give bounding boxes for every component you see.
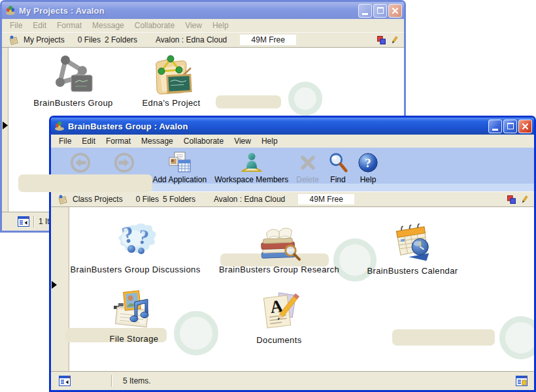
info-bar: My Projects 0 Files 2 Folders Avalon : E…: [2, 32, 404, 48]
app-logo-icon: [54, 121, 65, 131]
menu-bar: File Edit Format Message Collaborate Vie…: [2, 19, 404, 32]
item-label: BrainBusters Calendar: [367, 266, 458, 276]
documents-icon: A: [258, 288, 301, 334]
window-brainbusters-group: BrainBusters Group : Avalon File Edit Fo…: [49, 116, 536, 392]
workspace-item-discussions[interactable]: ? ? BrainBusters Group Discussions: [62, 218, 209, 274]
watermark-rect: [392, 329, 495, 346]
help-button[interactable]: ? Help: [353, 150, 383, 185]
divider: [111, 375, 112, 387]
minimize-button[interactable]: [358, 4, 372, 18]
menu-help[interactable]: Help: [207, 20, 234, 31]
menu-message[interactable]: Message: [87, 20, 129, 31]
svg-text:?: ?: [365, 156, 371, 170]
item-label: Documents: [256, 335, 301, 345]
add-application-icon: [168, 151, 192, 174]
forward-arrow-icon: [113, 151, 135, 174]
discussions-icon: ? ?: [112, 218, 159, 263]
menu-view[interactable]: View: [180, 20, 207, 31]
window-controls: [488, 120, 532, 133]
workspace-item-file-storage[interactable]: File Storage: [82, 287, 186, 344]
window-title: BrainBusters Group : Avalon: [68, 122, 485, 131]
panel-toggle-icon[interactable]: [59, 376, 71, 386]
menu-format[interactable]: Format: [52, 20, 87, 31]
workspace-item-brainbusters-group[interactable]: BrainBusters Group: [24, 51, 122, 108]
folders-count: 5 Folders: [163, 195, 195, 204]
maximize-button[interactable]: [503, 120, 517, 133]
panel-strip: [2, 48, 8, 212]
info-bar: Class Projects 0 Files 5 Folders Avalon …: [51, 191, 534, 207]
item-label: BrainBusters Group Discussions: [70, 265, 200, 274]
file-storage-icon: [111, 287, 157, 333]
menu-edit[interactable]: Edit: [76, 135, 101, 147]
menu-collaborate[interactable]: Collaborate: [129, 20, 180, 31]
find-button[interactable]: Find: [323, 150, 353, 185]
menu-view[interactable]: View: [229, 135, 256, 147]
add-application-button[interactable]: Add Application: [148, 150, 210, 185]
item-label: BrainBusters Group Research: [219, 265, 339, 274]
menu-file[interactable]: File: [5, 20, 27, 31]
menu-bar: File Edit Format Message Collaborate Vie…: [51, 135, 534, 148]
menu-message[interactable]: Message: [136, 135, 178, 147]
titlebar-my-projects[interactable]: My Projects : Avalon: [2, 2, 404, 19]
panel-toggle-icon[interactable]: [18, 216, 29, 227]
free-space-badge: 49M Free: [240, 35, 296, 45]
workspace-item-documents[interactable]: A Documents: [233, 288, 325, 345]
item-label: Edna's Project: [142, 98, 200, 108]
layout-view-icon[interactable]: [516, 376, 528, 386]
files-count: 0 Files: [136, 195, 159, 204]
workspace-item-ednas-project[interactable]: Edna's Project: [126, 51, 217, 108]
books-research-icon: [254, 218, 304, 263]
pencil-icon[interactable]: [390, 36, 399, 44]
menu-file[interactable]: File: [54, 135, 76, 147]
divider: [33, 216, 35, 227]
workspace-area: ? ? BrainBusters Group Discussions: [51, 207, 534, 371]
delete-button[interactable]: Delete: [292, 150, 323, 185]
expand-panel-arrow[interactable]: [3, 122, 8, 129]
watermark-circle: [288, 82, 322, 116]
desktop: My Projects : Avalon File Edit Format Me…: [0, 0, 536, 392]
app-logo-icon: [5, 5, 16, 16]
help-question-icon: ?: [357, 151, 379, 174]
window-controls: [358, 4, 402, 18]
item-label: BrainBusters Group: [33, 98, 112, 108]
project-icon: [58, 194, 68, 204]
folders-count: 2 Folders: [105, 35, 137, 44]
calendar-clock-icon: [389, 219, 436, 265]
expand-panel-arrow[interactable]: [52, 281, 57, 289]
close-button[interactable]: [388, 4, 402, 18]
cloud-account: Avalon : Edna Cloud: [214, 195, 285, 204]
minimize-button[interactable]: [488, 120, 502, 133]
pages-icon[interactable]: [507, 195, 516, 204]
item-label: File Storage: [110, 334, 159, 344]
pencil-icon[interactable]: [520, 195, 529, 204]
back-arrow-icon: [69, 151, 92, 174]
delete-x-icon: [297, 151, 318, 174]
watermark-rect: [216, 95, 281, 108]
workspace-item-calendar[interactable]: BrainBusters Calendar: [350, 219, 475, 276]
maximize-button[interactable]: [373, 4, 387, 18]
project-folder-icon: [148, 51, 194, 97]
network-icon: [51, 51, 95, 97]
watermark-circle: [499, 316, 534, 359]
magnifier-icon: [327, 151, 349, 174]
items-count: 5 Items.: [123, 376, 151, 385]
cloud-account: Avalon : Edna Cloud: [156, 35, 227, 44]
watermark-rect: [18, 174, 152, 192]
person-icon: [240, 151, 263, 174]
status-bar: 5 Items.: [51, 371, 534, 390]
window-title: My Projects : Avalon: [19, 6, 355, 16]
menu-format[interactable]: Format: [101, 135, 136, 147]
files-count: 0 Files: [78, 35, 101, 44]
titlebar-brainbusters-group[interactable]: BrainBusters Group : Avalon: [51, 118, 534, 135]
close-button[interactable]: [518, 120, 532, 133]
menu-edit[interactable]: Edit: [27, 20, 52, 31]
menu-help[interactable]: Help: [256, 135, 283, 147]
free-space-badge: 49M Free: [298, 194, 354, 204]
pages-icon[interactable]: [377, 36, 386, 44]
project-name: My Projects: [24, 35, 65, 44]
project-name: Class Projects: [73, 195, 123, 204]
menu-collaborate[interactable]: Collaborate: [178, 135, 229, 147]
workspace-item-research[interactable]: BrainBusters Group Research: [214, 218, 344, 274]
project-icon: [8, 35, 19, 45]
workspace-members-button[interactable]: Workspace Members: [210, 150, 292, 185]
